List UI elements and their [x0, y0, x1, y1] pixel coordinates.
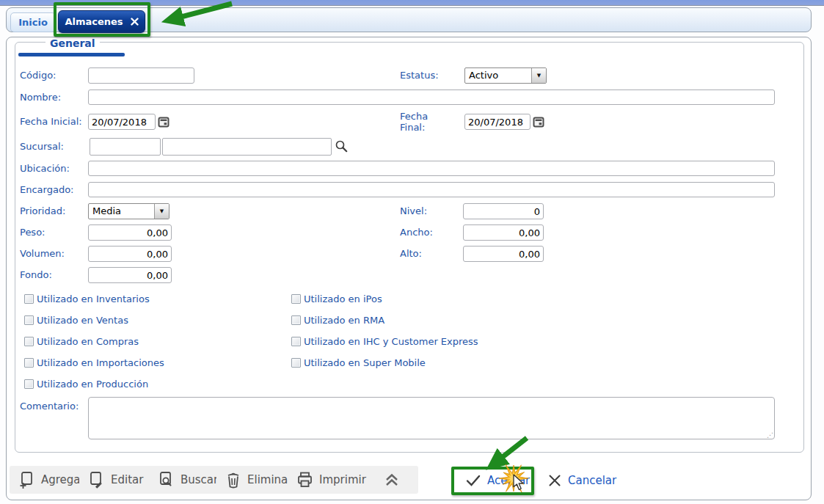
estatus-selected-value: Activo — [465, 68, 531, 83]
chevron-down-icon[interactable]: ▼ — [531, 68, 546, 83]
editar-label: Editar — [111, 473, 143, 486]
fecha-inicial-field[interactable] — [88, 114, 156, 130]
checkbox-label: Utilizado en iPos — [304, 293, 382, 304]
tab-almacenes-label: Almacenes — [65, 16, 123, 27]
ubicacion-field[interactable] — [88, 161, 775, 176]
printer-icon — [296, 471, 313, 489]
fondo-field[interactable] — [88, 267, 172, 283]
encargado-field[interactable] — [88, 182, 775, 197]
tab-inicio[interactable]: Inicio — [10, 12, 56, 32]
checkbox[interactable] — [24, 379, 34, 389]
prioridad-label: Prioridad: — [20, 205, 65, 216]
checkbox-row-ihc[interactable]: Utilizado en IHC y Customer Express — [291, 335, 478, 347]
nombre-label: Nombre: — [20, 92, 61, 103]
calendar-icon[interactable] — [533, 116, 544, 128]
search-icon[interactable] — [335, 139, 349, 153]
tab-general[interactable]: General — [45, 37, 100, 49]
calendar-icon[interactable] — [158, 116, 169, 128]
prioridad-selected-value: Media — [89, 204, 154, 219]
comentario-label: Comentario: — [20, 401, 79, 412]
checkbox-label: Utilizado en Super Mobile — [304, 357, 426, 368]
collapse-toolbar-chevron-icon[interactable] — [382, 472, 401, 488]
ancho-field[interactable] — [463, 224, 544, 241]
window-top-strip — [0, 0, 824, 6]
codigo-field[interactable] — [88, 67, 194, 84]
checkbox[interactable] — [24, 294, 34, 304]
checkbox-row-inventarios[interactable]: Utilizado en Inventarios — [24, 293, 150, 304]
search-document-icon — [158, 471, 175, 489]
checkbox-label: Utilizado en RMA — [304, 315, 384, 326]
checkbox[interactable] — [24, 358, 34, 368]
checkbox-row-compras[interactable]: Utilizado en Compras — [24, 335, 139, 347]
aceptar-label: Aceptar — [487, 474, 530, 487]
general-active-indicator — [18, 53, 125, 56]
checkbox-row-ipos[interactable]: Utilizado en iPos — [291, 293, 382, 304]
checkbox-row-produccion[interactable]: Utilizado en Producción — [24, 378, 148, 390]
x-icon — [547, 473, 562, 488]
estatus-select[interactable]: Activo ▼ — [464, 67, 547, 84]
add-document-icon — [18, 471, 35, 489]
prioridad-select[interactable]: Media ▼ — [88, 203, 169, 219]
fecha-final-field[interactable] — [464, 114, 531, 130]
tab-almacenes[interactable]: Almacenes — [58, 10, 145, 33]
sucursal-label: Sucursal: — [20, 141, 64, 152]
encargado-label: Encargado: — [20, 184, 74, 195]
checkbox-label: Utilizado en Producción — [37, 379, 148, 390]
codigo-label: Código: — [20, 70, 56, 81]
sucursal-name-field[interactable] — [162, 138, 332, 156]
agregar-label: Agregar — [41, 473, 85, 486]
alto-label: Alto: — [400, 248, 422, 259]
nivel-label: Nivel: — [400, 205, 427, 216]
sucursal-code-field[interactable] — [90, 138, 161, 156]
ancho-label: Ancho: — [400, 227, 433, 238]
imprimir-button[interactable]: Imprimir — [288, 466, 418, 494]
app-window: Inicio Almacenes General Código: Estatus… — [0, 0, 824, 504]
checkbox[interactable] — [291, 294, 301, 304]
checkbox[interactable] — [291, 358, 301, 368]
fecha-final-label: Fecha Final: — [400, 111, 442, 133]
checkmark-icon — [465, 473, 481, 488]
checkbox-row-ventas[interactable]: Utilizado en Ventas — [24, 314, 128, 326]
peso-label: Peso: — [20, 227, 45, 238]
checkbox-row-super-mobile[interactable]: Utilizado en Super Mobile — [291, 357, 426, 368]
resize-grip[interactable]: ⋰ — [767, 431, 774, 439]
peso-field[interactable] — [88, 224, 172, 241]
checkbox[interactable] — [291, 315, 301, 325]
ubicacion-label: Ubicación: — [20, 163, 70, 174]
fondo-label: Fondo: — [20, 269, 52, 280]
nombre-field[interactable] — [88, 90, 775, 105]
aceptar-button[interactable]: Aceptar — [461, 468, 534, 493]
checkbox-label: Utilizado en Importaciones — [37, 357, 164, 368]
buscar-label: Buscar — [181, 473, 218, 486]
eliminar-label: Eliminar — [247, 473, 292, 486]
nivel-field[interactable] — [463, 203, 544, 219]
tab-inicio-label: Inicio — [18, 17, 48, 28]
estatus-label: Estatus: — [400, 70, 439, 81]
checkbox[interactable] — [24, 337, 34, 346]
checkbox-label: Utilizado en Compras — [37, 336, 139, 347]
alto-field[interactable] — [463, 246, 544, 262]
checkbox-row-rma[interactable]: Utilizado en RMA — [291, 314, 384, 326]
cancelar-button[interactable]: Cancelar — [543, 468, 621, 493]
checkbox[interactable] — [291, 337, 301, 346]
checkbox-label: Utilizado en Inventarios — [37, 293, 150, 304]
imprimir-label: Imprimir — [319, 473, 366, 486]
checkbox[interactable] — [24, 315, 34, 325]
comentario-field[interactable] — [88, 397, 775, 439]
fecha-inicial-label: Fecha Inicial: — [20, 116, 82, 127]
trash-icon — [225, 471, 241, 489]
volumen-label: Volumen: — [20, 248, 65, 259]
volumen-field[interactable] — [88, 246, 172, 262]
checkbox-row-importaciones[interactable]: Utilizado en Importaciones — [24, 357, 164, 368]
close-icon[interactable] — [131, 18, 139, 26]
cancelar-label: Cancelar — [568, 474, 616, 487]
editar-button[interactable]: Editar — [79, 466, 152, 494]
buscar-button[interactable]: Buscar — [149, 466, 227, 494]
chevron-down-icon[interactable]: ▼ — [154, 204, 169, 219]
checkbox-label: Utilizado en Ventas — [37, 315, 128, 326]
edit-document-icon — [88, 471, 105, 489]
checkbox-label: Utilizado en IHC y Customer Express — [304, 336, 478, 347]
